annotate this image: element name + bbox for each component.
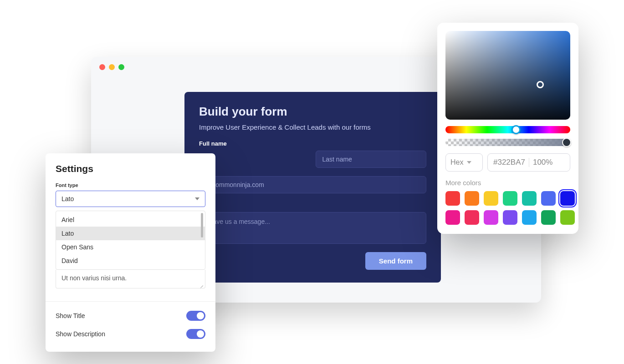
swatch-purple[interactable] [484,210,498,225]
swatch-orange[interactable] [465,191,479,206]
swatch-green[interactable] [503,191,517,206]
divider [46,301,215,302]
swatch-darkblue[interactable] [560,191,575,206]
color-cursor[interactable] [537,81,544,88]
settings-panel: Settings Font type Lato Ariel Lato Open … [46,153,215,352]
swatch-emerald[interactable] [541,210,556,225]
opacity-value: 100% [533,158,552,167]
form-subtitle: Improve User Experience & Collect Leads … [199,123,426,131]
close-window-icon[interactable] [99,64,105,70]
email-input[interactable]: @commonninja.com [199,176,426,193]
swatch-teal[interactable] [522,191,537,206]
fullname-label: Full name [199,140,426,147]
swatch-yellow[interactable] [484,191,498,206]
minimize-window-icon[interactable] [109,64,115,70]
form-title: Build your form [199,105,426,119]
swatch-lime[interactable] [560,210,575,225]
font-option-lato[interactable]: Lato [56,227,205,240]
divider [529,158,529,167]
hue-thumb[interactable] [511,125,521,134]
color-picker-panel: Hex #322BA7 100% More colors [437,23,578,234]
message-label: e [199,202,426,208]
lastname-input[interactable]: Last name [316,151,427,168]
form-preview-card: Build your form Improve User Experience … [184,92,441,283]
swatch-pink[interactable] [465,210,479,225]
swatch-grid [445,191,570,225]
swatch-magenta[interactable] [445,210,460,225]
font-option-david[interactable]: David [56,254,205,268]
swatch-violet[interactable] [503,210,517,225]
settings-title: Settings [56,163,205,174]
font-dropdown: Ariel Lato Open Sans David [56,211,205,270]
chevron-down-icon [195,197,199,200]
alpha-thumb[interactable] [562,138,571,147]
font-type-label: Font type [56,182,205,188]
maximize-window-icon[interactable] [118,64,124,70]
swatch-sky[interactable] [522,210,537,225]
window-controls [99,64,124,70]
hex-input[interactable]: #322BA7 100% [487,153,570,172]
dropdown-scrollbar[interactable] [201,213,203,238]
color-format-value: Hex [450,158,463,167]
description-textarea[interactable]: Ut non varius nisi urna. [56,270,205,288]
saturation-value-picker[interactable] [445,31,570,120]
description-text: Ut non varius nisi urna. [61,274,127,282]
show-title-toggle[interactable] [186,311,205,321]
alpha-slider[interactable] [445,139,570,146]
font-select-value: Lato [61,195,74,202]
send-form-button[interactable]: Send form [365,252,426,270]
message-placeholder: Leave us a message... [206,218,270,225]
chevron-down-icon [467,161,471,164]
hex-value: #322BA7 [493,158,525,167]
show-title-label: Show Title [56,312,85,319]
swatch-red[interactable] [445,191,460,206]
hue-slider[interactable] [445,126,570,133]
swatch-blue[interactable] [541,191,556,206]
color-format-select[interactable]: Hex [445,153,483,172]
font-option-ariel[interactable]: Ariel [56,213,205,227]
resize-handle-icon[interactable] [199,282,203,286]
show-description-label: Show Description [56,330,105,338]
more-colors-label: More colors [445,179,570,187]
font-select[interactable]: Lato [56,191,205,207]
show-description-toggle[interactable] [186,329,205,339]
message-textarea[interactable]: Leave us a message... [199,212,426,244]
font-option-open-sans[interactable]: Open Sans [56,240,205,254]
